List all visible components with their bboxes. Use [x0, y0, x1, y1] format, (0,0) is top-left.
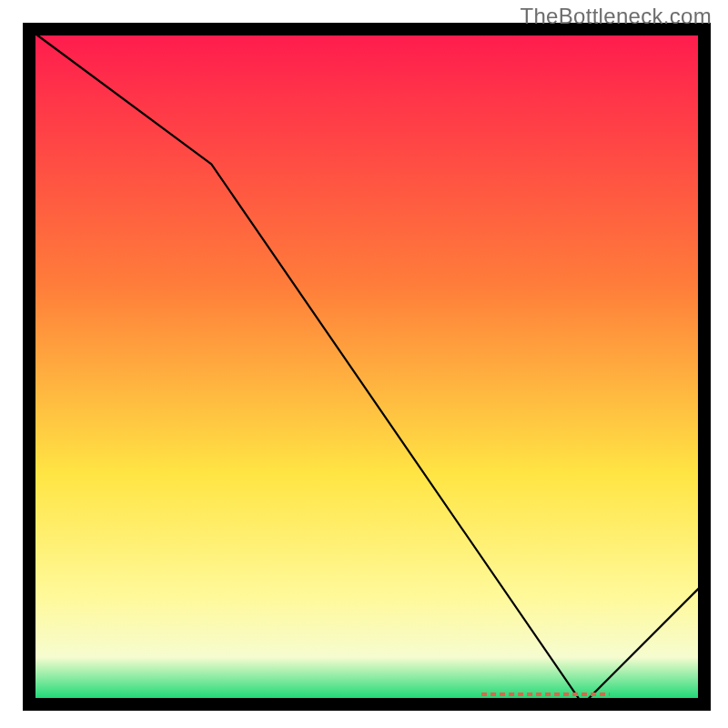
plot-background: [29, 29, 704, 704]
chart-container: { "watermark": "TheBottleneck.com", "zon…: [0, 0, 728, 728]
watermark-text: TheBottleneck.com: [520, 4, 712, 29]
chart-svg: [0, 0, 728, 728]
